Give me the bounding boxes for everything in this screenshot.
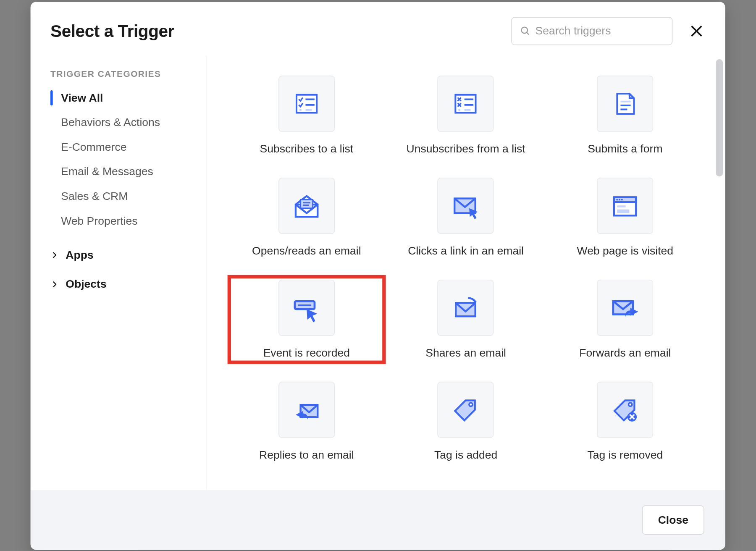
- category-sales-crm[interactable]: Sales & CRM: [50, 184, 194, 209]
- browser-icon: [597, 178, 653, 234]
- list-check-icon: [278, 76, 335, 132]
- svg-line-1: [527, 32, 529, 34]
- sidebar-heading: TRIGGER CATEGORIES: [50, 68, 194, 79]
- svg-point-38: [469, 403, 472, 406]
- trigger-card-mail-reply[interactable]: Replies to an email: [230, 379, 383, 464]
- mail-click-icon: [438, 178, 494, 234]
- scrollbar[interactable]: [716, 59, 723, 176]
- category-web-properties[interactable]: Web Properties: [50, 209, 194, 234]
- svg-rect-32: [617, 210, 629, 213]
- expand-label: Objects: [66, 278, 106, 291]
- mail-reply-icon: [278, 382, 335, 438]
- close-icon[interactable]: [688, 22, 706, 40]
- expand-apps[interactable]: Apps: [50, 240, 194, 270]
- close-button[interactable]: Close: [642, 505, 704, 535]
- trigger-label: Unsubscribes from a list: [407, 142, 525, 155]
- svg-point-39: [629, 403, 632, 406]
- event-record-icon: [278, 280, 335, 336]
- trigger-label: Replies to an email: [259, 449, 354, 462]
- trigger-label: Tag is removed: [587, 449, 663, 462]
- chevron-right-icon: [50, 251, 59, 259]
- trigger-card-mail-open[interactable]: Opens/reads an email: [230, 175, 383, 260]
- trigger-label: Forwards an email: [579, 346, 671, 359]
- form-icon: [597, 76, 653, 132]
- tag-remove-icon: [597, 382, 653, 438]
- trigger-card-mail-forward[interactable]: Forwards an email: [549, 277, 702, 362]
- trigger-content: Subscribes to a listUnsubscribes from a …: [206, 56, 725, 490]
- search-box[interactable]: [511, 17, 672, 45]
- svg-point-0: [521, 27, 528, 34]
- trigger-card-event-record[interactable]: Event is recorded: [230, 277, 383, 362]
- trigger-grid: Subscribes to a listUnsubscribes from a …: [230, 73, 702, 464]
- svg-point-7: [299, 109, 301, 111]
- list-x-icon: [438, 76, 494, 132]
- trigger-label: Shares an email: [425, 346, 506, 359]
- modal-body: TRIGGER CATEGORIES View All Behaviors & …: [31, 56, 725, 490]
- trigger-card-mail-share[interactable]: Shares an email: [389, 277, 542, 362]
- svg-point-30: [621, 199, 623, 200]
- trigger-label: Tag is added: [434, 449, 497, 462]
- modal-footer: Close: [31, 490, 725, 550]
- expand-label: Apps: [66, 249, 93, 262]
- trigger-label: Web page is visited: [577, 244, 674, 257]
- select-trigger-modal: Select a Trigger TRIGGER CATEGORIES View…: [31, 2, 725, 550]
- modal-header: Select a Trigger: [31, 2, 725, 55]
- trigger-label: Clicks a link in an email: [408, 244, 524, 257]
- category-list: View All Behaviors & Actions E-Commerce …: [50, 86, 194, 234]
- trigger-label: Opens/reads an email: [252, 244, 361, 257]
- chevron-right-icon: [50, 280, 59, 289]
- category-e-commerce[interactable]: E-Commerce: [50, 135, 194, 160]
- mail-forward-icon: [597, 280, 653, 336]
- category-behaviors-actions[interactable]: Behaviors & Actions: [50, 110, 194, 135]
- svg-point-28: [616, 199, 618, 200]
- search-icon: [520, 26, 530, 36]
- trigger-card-browser[interactable]: Web page is visited: [549, 175, 702, 260]
- modal-title: Select a Trigger: [50, 21, 174, 41]
- trigger-label: Submits a form: [588, 142, 662, 155]
- svg-point-16: [459, 109, 461, 111]
- category-email-messages[interactable]: Email & Messages: [50, 160, 194, 184]
- trigger-card-list-x[interactable]: Unsubscribes from a list: [389, 73, 542, 158]
- svg-point-29: [619, 199, 620, 200]
- category-view-all[interactable]: View All: [50, 86, 194, 110]
- trigger-card-mail-click[interactable]: Clicks a link in an email: [389, 175, 542, 260]
- svg-rect-22: [300, 199, 312, 208]
- expand-objects[interactable]: Objects: [50, 270, 194, 299]
- trigger-label: Event is recorded: [263, 346, 350, 359]
- mail-open-icon: [278, 178, 335, 234]
- mail-share-icon: [438, 280, 494, 336]
- tag-add-icon: [438, 382, 494, 438]
- search-input[interactable]: [536, 25, 664, 38]
- trigger-label: Subscribes to a list: [260, 142, 354, 155]
- trigger-card-tag-add[interactable]: Tag is added: [389, 379, 542, 464]
- trigger-card-list-check[interactable]: Subscribes to a list: [230, 73, 383, 158]
- trigger-card-form[interactable]: Submits a form: [549, 73, 702, 158]
- sidebar: TRIGGER CATEGORIES View All Behaviors & …: [31, 56, 207, 490]
- trigger-card-tag-remove[interactable]: Tag is removed: [549, 379, 702, 464]
